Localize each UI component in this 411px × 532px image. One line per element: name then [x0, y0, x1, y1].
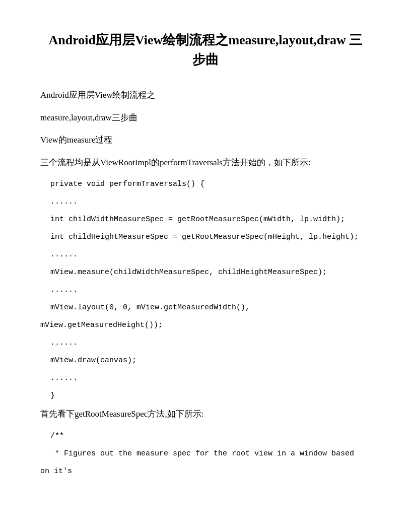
code-line: ...... — [40, 195, 371, 209]
content-area: Android应用层View绘制流程之measure,layout,draw三步… — [40, 88, 371, 478]
code-line: int childHeightMeasureSpec = getRootMeas… — [40, 230, 371, 244]
code-line: int childWidthMeasureSpec = getRootMeasu… — [40, 213, 371, 226]
code-line: ...... — [40, 371, 371, 385]
code-line: mView.getMeasuredHeight()); — [40, 318, 371, 332]
text-line: 三个流程均是从ViewRootImpl的performTraversals方法开… — [40, 155, 371, 171]
code-line: mView.measure(childWidthMeasureSpec, chi… — [40, 265, 371, 279]
title-line1: Android应用层View绘制流程之measure,layout,draw 三 — [40, 30, 371, 50]
code-line: ...... — [40, 248, 371, 261]
code-line: mView.layout(0, 0, mView.getMeasuredWidt… — [40, 301, 371, 314]
code-line: } — [40, 389, 371, 403]
page-title: Android应用层View绘制流程之measure,layout,draw 三… — [40, 30, 371, 70]
text-line: View的measure过程 — [40, 132, 371, 148]
text-line: 首先看下getRootMeasureSpec方法,如下所示: — [40, 407, 371, 422]
code-line: on it's — [40, 464, 371, 478]
code-line: ...... — [40, 283, 371, 297]
text-line: measure,layout,draw三步曲 — [40, 110, 371, 126]
text-line: Android应用层View绘制流程之 — [40, 88, 371, 103]
code-line: * Figures out the measure spec for the r… — [40, 447, 371, 460]
code-line: mView.draw(canvas); — [40, 354, 371, 367]
title-line2: 步曲 — [40, 50, 371, 70]
code-line: /** — [40, 429, 371, 443]
code-line: ...... — [40, 336, 371, 350]
code-line: private void performTraversals() { — [40, 177, 371, 191]
